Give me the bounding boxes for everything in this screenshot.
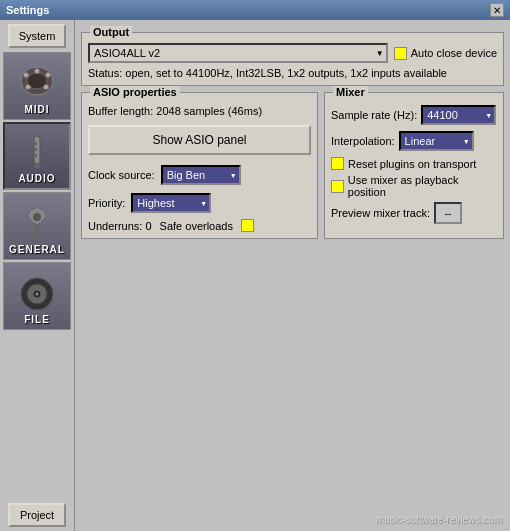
svg-rect-10 bbox=[35, 154, 37, 157]
title-bar: Settings ✕ bbox=[0, 0, 510, 20]
file-icon bbox=[17, 274, 57, 314]
show-asio-button[interactable]: Show ASIO panel bbox=[88, 125, 311, 155]
clock-source-select[interactable]: Big Ben bbox=[161, 165, 241, 185]
svg-point-2 bbox=[24, 73, 29, 78]
interpolation-select[interactable]: Linear bbox=[399, 131, 474, 151]
output-status: Status: open, set to 44100Hz, Int32LSB, … bbox=[88, 67, 497, 79]
svg-rect-11 bbox=[34, 164, 40, 168]
use-mixer-checkbox[interactable] bbox=[331, 180, 344, 193]
auto-close-row: Auto close device bbox=[394, 47, 497, 60]
watermark: music-software-reviews.com bbox=[376, 514, 502, 525]
svg-rect-9 bbox=[35, 148, 37, 151]
sidebar-midi-label: MIDI bbox=[24, 104, 49, 115]
device-select-wrapper: ASIO4ALL v2 bbox=[88, 43, 388, 63]
safe-overloads-label: Safe overloads bbox=[160, 220, 233, 232]
asio-group-title: ASIO properties bbox=[90, 86, 180, 98]
output-group: Output ASIO4ALL v2 Auto close device Sta… bbox=[81, 32, 504, 86]
sample-rate-row: Sample rate (Hz): 44100 bbox=[331, 105, 497, 125]
buffer-length-text: Buffer length: 2048 samples (46ms) bbox=[88, 105, 311, 117]
preview-button[interactable]: -- bbox=[434, 202, 462, 224]
svg-point-4 bbox=[35, 69, 40, 74]
priority-select[interactable]: Highest bbox=[131, 193, 211, 213]
reset-plugins-row: Reset plugins on transport bbox=[331, 157, 497, 170]
sidebar-item-midi[interactable]: MIDI bbox=[3, 52, 71, 120]
priority-select-wrapper: Highest bbox=[131, 193, 211, 213]
interpolation-row: Interpolation: Linear bbox=[331, 131, 497, 151]
svg-point-3 bbox=[46, 73, 51, 78]
device-row: ASIO4ALL v2 Auto close device bbox=[88, 43, 497, 63]
asio-content: Buffer length: 2048 samples (46ms) Show … bbox=[88, 97, 311, 232]
underruns-label: Underruns: 0 bbox=[88, 220, 152, 232]
bottom-groups: ASIO properties Buffer length: 2048 samp… bbox=[81, 92, 504, 239]
mixer-content: Sample rate (Hz): 44100 Interpolation: L… bbox=[331, 97, 497, 224]
output-group-title: Output bbox=[90, 26, 132, 38]
clock-row: Clock source: Big Ben bbox=[88, 165, 311, 185]
reset-plugins-label: Reset plugins on transport bbox=[348, 158, 476, 170]
close-button[interactable]: ✕ bbox=[490, 3, 504, 17]
svg-point-12 bbox=[33, 213, 41, 221]
use-mixer-label: Use mixer as playback position bbox=[348, 174, 497, 198]
system-button[interactable]: System bbox=[8, 24, 66, 48]
sidebar-item-general[interactable]: GENERAL bbox=[3, 192, 71, 260]
general-icon bbox=[17, 204, 57, 244]
project-button[interactable]: Project bbox=[8, 503, 66, 527]
underruns-row: Underruns: 0 Safe overloads bbox=[88, 219, 311, 232]
title-bar-title: Settings bbox=[6, 4, 49, 16]
auto-close-checkbox[interactable] bbox=[394, 47, 407, 60]
sidebar-item-file[interactable]: FILE bbox=[3, 262, 71, 330]
preview-row: Preview mixer track: -- bbox=[331, 202, 497, 224]
mixer-group-title: Mixer bbox=[333, 86, 368, 98]
sample-rate-wrapper: 44100 bbox=[421, 105, 496, 125]
preview-label: Preview mixer track: bbox=[331, 207, 430, 219]
sidebar: System MIDI bbox=[0, 20, 75, 531]
device-select[interactable]: ASIO4ALL v2 bbox=[88, 43, 388, 63]
svg-rect-7 bbox=[34, 136, 40, 164]
sidebar-general-label: GENERAL bbox=[9, 244, 65, 255]
svg-rect-8 bbox=[35, 142, 37, 145]
interp-select-wrapper: Linear bbox=[399, 131, 474, 151]
sidebar-file-label: FILE bbox=[24, 314, 50, 325]
sidebar-audio-label: AUDIO bbox=[18, 173, 55, 184]
svg-point-5 bbox=[26, 85, 31, 90]
clock-select-wrapper: Big Ben bbox=[161, 165, 241, 185]
safe-overloads-checkbox[interactable] bbox=[241, 219, 254, 232]
content-area: Output ASIO4ALL v2 Auto close device Sta… bbox=[75, 20, 510, 531]
priority-label: Priority: bbox=[88, 197, 125, 209]
auto-close-label: Auto close device bbox=[411, 47, 497, 59]
svg-point-17 bbox=[36, 293, 39, 296]
reset-plugins-checkbox[interactable] bbox=[331, 157, 344, 170]
sample-rate-label: Sample rate (Hz): bbox=[331, 109, 417, 121]
midi-icon bbox=[17, 64, 57, 104]
asio-group: ASIO properties Buffer length: 2048 samp… bbox=[81, 92, 318, 239]
clock-source-label: Clock source: bbox=[88, 169, 155, 181]
audio-icon bbox=[17, 133, 57, 173]
use-mixer-row: Use mixer as playback position bbox=[331, 174, 497, 198]
sample-rate-select[interactable]: 44100 bbox=[421, 105, 496, 125]
sidebar-item-audio[interactable]: AUDIO bbox=[3, 122, 71, 190]
priority-row: Priority: Highest bbox=[88, 193, 311, 213]
svg-point-6 bbox=[44, 85, 49, 90]
interpolation-label: Interpolation: bbox=[331, 135, 395, 147]
mixer-group: Mixer Sample rate (Hz): 44100 Interpolat… bbox=[324, 92, 504, 239]
svg-rect-13 bbox=[34, 225, 40, 239]
